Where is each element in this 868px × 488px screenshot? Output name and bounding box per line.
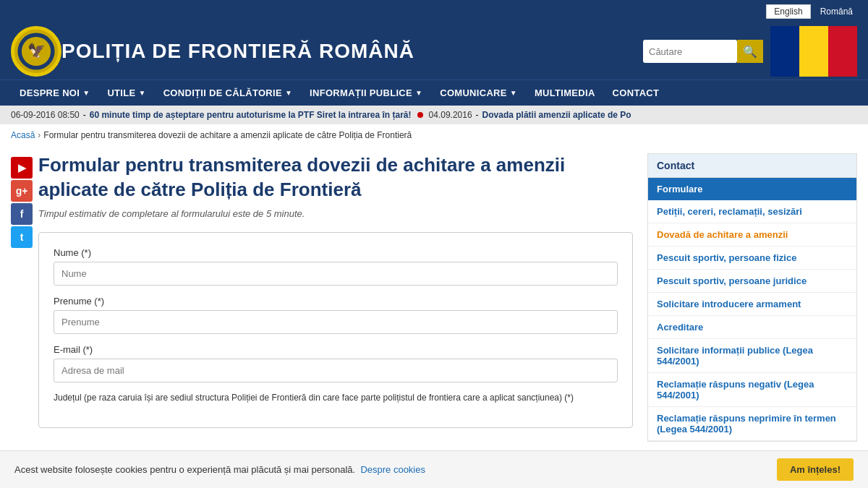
sidebar-link-pescuit-fizice[interactable]: Pescuit sportiv, persoane fizice — [648, 247, 856, 270]
sidebar-link-informatii-publice[interactable]: Solicitare informații publice (Legea 544… — [648, 339, 856, 373]
svg-text:🦅: 🦅 — [27, 42, 46, 59]
input-nume[interactable] — [54, 262, 618, 286]
search-input[interactable] — [643, 40, 737, 63]
right-sidebar: Contact Formulare Petiții, cereri, recla… — [647, 153, 857, 442]
chevron-down-icon: ▼ — [415, 89, 422, 97]
nav-informatii-publice[interactable]: INFORMAȚII PUBLICE ▼ — [301, 80, 431, 106]
nav-conditii-calatorie[interactable]: CONDIȚII DE CĂLĂTORIE ▼ — [155, 80, 301, 106]
chevron-down-icon: ▼ — [138, 89, 145, 97]
header: 🦅 POLIȚIA DE FRONTIERĂ ROMÂNĂ 🔍 — [0, 23, 868, 80]
sidebar-link-solicitare-armament[interactable]: Solicitare introducere armament — [648, 293, 856, 316]
site-title: POLIȚIA DE FRONTIERĂ ROMÂNĂ — [61, 40, 636, 63]
form-section: Nume (*) Prenume (*) E-mail (*) Județul … — [38, 232, 633, 428]
form-group-judet: Județul (pe raza caruia își are sediul s… — [54, 393, 618, 403]
sidebar-contact-header: Contact — [648, 154, 856, 178]
ticker-dot — [417, 112, 423, 118]
lang-english-button[interactable]: English — [766, 4, 810, 19]
lang-romana-button[interactable]: Română — [812, 4, 861, 19]
ticker-text-2: Dovada plătii amenzii aplicate de Po — [482, 110, 631, 120]
twitter-button[interactable]: t — [11, 226, 33, 248]
chevron-down-icon: ▼ — [82, 89, 90, 97]
form-group-nume: Nume (*) — [54, 247, 618, 286]
breadcrumb-separator: › — [38, 130, 41, 140]
label-email: E-mail (*) — [54, 344, 618, 355]
form-group-prenume: Prenume (*) — [54, 296, 618, 334]
sidebar-link-pescuit-juridice[interactable]: Pescuit sportiv, persoane juridice — [648, 270, 856, 293]
flag — [770, 26, 857, 77]
content-body: ▶ g+ f t Formular pentru transmiterea do… — [11, 153, 633, 442]
facebook-button[interactable]: f — [11, 203, 33, 225]
news-ticker: 06-09-2016 08:50 - 60 minute timp de așt… — [0, 106, 868, 124]
chevron-down-icon: ▼ — [510, 89, 517, 97]
social-sidebar: ▶ g+ f t — [11, 157, 33, 442]
label-judet: Județul (pe raza caruia își are sediul s… — [54, 393, 618, 403]
chevron-down-icon: ▼ — [285, 89, 292, 97]
form-group-email: E-mail (*) — [54, 344, 618, 382]
sidebar-link-reclamatie-neprimire[interactable]: Reclamație răspuns neprimire în termen (… — [648, 407, 856, 441]
sidebar-link-petitii[interactable]: Petiții, cereri, reclamații, sesizări — [648, 200, 856, 223]
top-bar: English Română — [0, 0, 868, 23]
input-email[interactable] — [54, 359, 618, 382]
ticker-date-1: 06-09-2016 08:50 — [11, 110, 80, 120]
ticker-date-2: 04.09.2016 — [429, 110, 472, 120]
googleplus-button[interactable]: g+ — [11, 180, 33, 202]
main-content: ▶ g+ f t Formular pentru transmiterea do… — [0, 146, 868, 449]
input-prenume[interactable] — [54, 310, 618, 334]
nav-comunicare[interactable]: COMUNICARE ▼ — [431, 80, 526, 106]
flag-red — [828, 26, 857, 77]
label-nume: Nume (*) — [54, 247, 618, 258]
breadcrumb-home[interactable]: Acasă — [11, 130, 35, 140]
breadcrumb: Acasă › Formular pentru transmiterea dov… — [0, 124, 868, 146]
nav-despre-noi[interactable]: DESPRE NOI ▼ — [11, 80, 98, 106]
nav-multimedia[interactable]: MULTIMEDIA — [526, 80, 604, 106]
search-container: 🔍 — [643, 40, 763, 63]
content-area: Formular pentru transmiterea dovezii de … — [38, 153, 633, 442]
sidebar-link-acreditare[interactable]: Acreditare — [648, 316, 856, 339]
page-title: Formular pentru transmiterea dovezii de … — [38, 153, 633, 202]
sidebar-section: Contact Formulare Petiții, cereri, recla… — [647, 153, 857, 442]
nav-utile[interactable]: UTILE ▼ — [98, 80, 154, 106]
flag-blue — [770, 26, 799, 77]
main-nav: DESPRE NOI ▼ UTILE ▼ CONDIȚII DE CĂLĂTOR… — [0, 80, 868, 106]
breadcrumb-current: Formular pentru transmiterea dovezii de … — [43, 130, 412, 140]
youtube-button[interactable]: ▶ — [11, 157, 33, 179]
sidebar-link-dovada[interactable]: Dovadă de achitare a amenzii — [648, 223, 856, 247]
search-button[interactable]: 🔍 — [737, 40, 763, 63]
page-subtitle: Timpul estimativ de completare al formul… — [38, 208, 633, 219]
sidebar-link-reclamatie-negativ[interactable]: Reclamație răspuns negativ (Legea 544/20… — [648, 373, 856, 407]
logo: 🦅 — [11, 26, 61, 77]
nav-contact[interactable]: CONTACT — [604, 80, 668, 106]
sidebar-formulare-header: Formulare — [648, 178, 856, 200]
flag-yellow — [799, 26, 828, 77]
ticker-text-1: 60 minute timp de așteptare pentru autot… — [90, 110, 412, 120]
label-prenume: Prenume (*) — [54, 296, 618, 307]
